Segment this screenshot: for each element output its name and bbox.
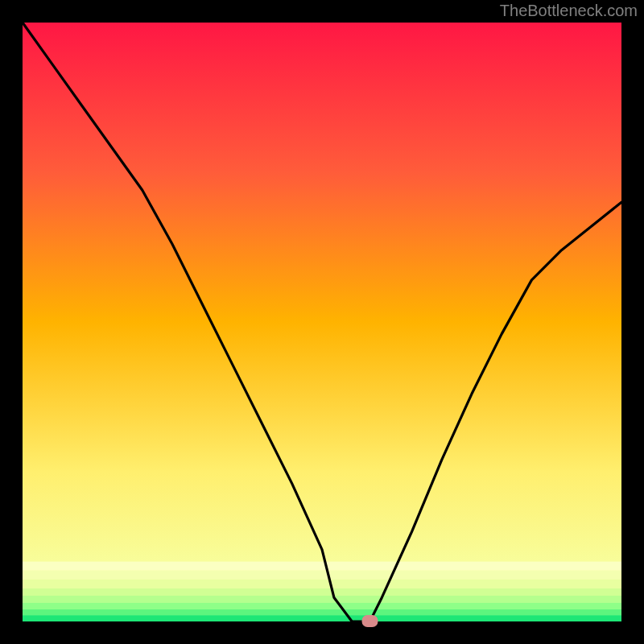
svg-rect-2	[23, 562, 621, 571]
svg-rect-6	[23, 596, 621, 603]
svg-rect-1	[23, 23, 621, 621]
bottleneck-chart: TheBottleneck.com	[0, 0, 644, 644]
chart-canvas	[0, 0, 644, 644]
watermark-text: TheBottleneck.com	[500, 2, 638, 20]
svg-rect-5	[23, 588, 621, 596]
svg-rect-3	[23, 571, 621, 580]
optimal-marker	[362, 615, 378, 627]
svg-rect-7	[23, 603, 621, 609]
svg-rect-8	[23, 609, 621, 615]
svg-rect-9	[23, 616, 621, 621]
svg-rect-4	[23, 580, 621, 588]
